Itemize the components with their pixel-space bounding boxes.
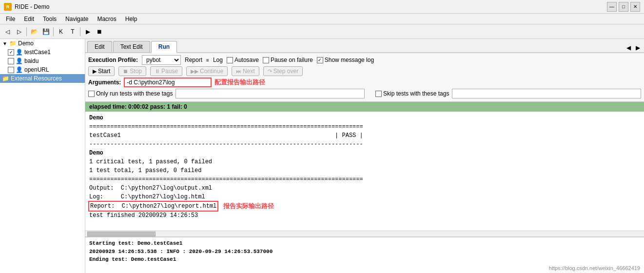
toolbar-k-button[interactable]: K bbox=[56, 26, 66, 37]
skip-tests-input[interactable] bbox=[452, 89, 641, 98]
toolbar-back-button[interactable]: ◁ bbox=[2, 26, 13, 37]
output-area[interactable]: Demo ===================================… bbox=[85, 112, 644, 231]
stop-label: Stop bbox=[130, 68, 142, 75]
output-line-sep1: ========================================… bbox=[89, 122, 640, 131]
arguments-label: Arguments: bbox=[88, 79, 121, 86]
tab-text-edit[interactable]: Text Edit bbox=[113, 41, 150, 52]
output-line-testcase1: testCase1 | PASS | bbox=[89, 131, 640, 140]
tab-bar: Edit Text Edit Run ◀ ▶ bbox=[85, 39, 644, 53]
output-line-output: Output: C:\python27\log\output.xml bbox=[89, 184, 640, 193]
menu-edit[interactable]: Edit bbox=[20, 15, 38, 23]
output-line-sep2: ========================================… bbox=[89, 175, 640, 184]
output-line-log: Log: C:\python27\log\log.html bbox=[89, 193, 640, 201]
next-button[interactable]: ⏭ Next bbox=[232, 66, 259, 76]
show-message-log-check[interactable]: Show message log bbox=[317, 57, 374, 63]
toolbar-stop-button[interactable]: ⏹ bbox=[94, 26, 105, 37]
toolbar-save-button[interactable]: 💾 bbox=[40, 26, 51, 37]
stop-icon: ⏹ bbox=[123, 68, 128, 74]
pause-on-failure-checkbox[interactable] bbox=[263, 57, 269, 63]
step-over-label: Step over bbox=[273, 68, 298, 75]
next-icon: ⏭ bbox=[236, 68, 241, 74]
output-line-demo: Demo bbox=[89, 114, 640, 122]
maximize-button[interactable]: □ bbox=[619, 2, 628, 12]
autosave-check[interactable]: Autosave bbox=[227, 57, 259, 63]
tab-prev-button[interactable]: ◀ bbox=[624, 43, 633, 52]
toolbar-run-button[interactable]: ▶ bbox=[82, 26, 93, 37]
tree-item-external-resources[interactable]: 📁 External Resources bbox=[0, 74, 85, 83]
pause-button[interactable]: ⏸ Pause bbox=[150, 66, 182, 76]
arguments-input[interactable] bbox=[124, 78, 212, 87]
args-row: Arguments: 配置报告输出路径 bbox=[88, 78, 641, 87]
checkbox-testcase1[interactable]: ✓ bbox=[8, 49, 14, 56]
output-line-dash1: ----------------------------------------… bbox=[89, 140, 640, 149]
step-over-button[interactable]: ↷ Step over bbox=[263, 66, 303, 76]
tab-edit[interactable]: Edit bbox=[87, 41, 112, 52]
menu-navigate[interactable]: Navigate bbox=[61, 15, 92, 23]
pause-on-failure-label: Pause on failure bbox=[271, 57, 313, 63]
output-line-total: 1 test total, 1 passed, 0 failed bbox=[89, 166, 640, 175]
checkbox-openurl[interactable] bbox=[8, 67, 14, 73]
watermark: https://blog.csdn.net/weixin_46662419 bbox=[549, 265, 640, 271]
run-row-profile: Execution Profile: pybot Report ≡ Log Au… bbox=[88, 55, 641, 65]
status-bar: elapsed time: 0:00:02 pass: 1 fail: 0 bbox=[85, 102, 644, 112]
folder-icon-external: 📁 bbox=[2, 75, 9, 82]
toolbar-sep-1 bbox=[26, 27, 27, 36]
toolbar-open-button[interactable]: 📂 bbox=[29, 26, 39, 37]
continue-button[interactable]: ▶▶ Continue bbox=[186, 66, 228, 76]
autosave-label: Autosave bbox=[234, 57, 259, 63]
scroll-thumb[interactable] bbox=[87, 232, 156, 236]
output-line-finished: test finished 20200929 14:26:53 bbox=[89, 211, 640, 220]
show-message-log-checkbox[interactable] bbox=[317, 57, 323, 63]
title-bar-left: R RIDE - Demo bbox=[4, 3, 49, 11]
skip-tests-label: Skip tests with these tags bbox=[383, 90, 449, 97]
checkbox-baidu[interactable] bbox=[8, 58, 14, 64]
only-run-tags-input[interactable] bbox=[176, 89, 365, 98]
start-label: Start bbox=[98, 68, 110, 75]
pause-on-failure-check[interactable]: Pause on failure bbox=[263, 57, 313, 63]
log-line-3: Ending test: Demo.testCase1 bbox=[89, 255, 640, 264]
tree-item-demo[interactable]: ▼ 📁 Demo bbox=[0, 39, 85, 48]
title-bar-controls[interactable]: — □ ✕ bbox=[607, 2, 640, 12]
toolbar-forward-button[interactable]: ▷ bbox=[14, 26, 24, 37]
only-run-checkbox[interactable] bbox=[88, 91, 95, 97]
menu-help[interactable]: Help bbox=[121, 15, 141, 23]
pause-label: Pause bbox=[161, 68, 178, 75]
run-panel: Execution Profile: pybot Report ≡ Log Au… bbox=[85, 53, 644, 102]
autosave-checkbox[interactable] bbox=[227, 57, 233, 63]
toolbar-t-button[interactable]: T bbox=[67, 26, 78, 37]
tree-item-openurl[interactable]: 👤 openURL bbox=[0, 65, 85, 74]
skip-tests-checkbox[interactable] bbox=[375, 91, 382, 97]
user-icon-baidu: 👤 bbox=[16, 58, 23, 64]
menu-macros[interactable]: Macros bbox=[93, 15, 120, 23]
skip-tests-check[interactable]: Skip tests with these tags bbox=[375, 90, 449, 97]
status-text: elapsed time: 0:00:02 pass: 1 fail: 0 bbox=[89, 103, 187, 110]
toolbar-sep-2 bbox=[53, 27, 54, 36]
start-button[interactable]: ▶ Start bbox=[88, 66, 115, 76]
log-line-1: Starting test: Demo.testCase1 bbox=[89, 239, 640, 248]
menu-file[interactable]: File bbox=[2, 15, 19, 23]
menu-bar: File Edit Tools Navigate Macros Help bbox=[0, 14, 644, 24]
minimize-button[interactable]: — bbox=[607, 2, 617, 12]
app-icon: R bbox=[4, 3, 12, 11]
main-layout: ▼ 📁 Demo ✓ 👤 testCase1 👤 baidu 👤 openURL… bbox=[0, 39, 644, 273]
continue-label: Continue bbox=[200, 68, 223, 75]
only-run-label: Only run tests with these tags bbox=[96, 90, 173, 97]
next-label: Next bbox=[243, 68, 255, 75]
stop-button[interactable]: ⏹ Stop bbox=[118, 66, 146, 76]
only-run-check[interactable]: Only run tests with these tags bbox=[88, 90, 173, 97]
tab-next-button[interactable]: ▶ bbox=[634, 43, 642, 52]
folder-icon-demo: 📁 bbox=[9, 40, 17, 47]
scroll-area[interactable] bbox=[85, 231, 644, 236]
tree-item-testcase1[interactable]: ✓ 👤 testCase1 bbox=[0, 48, 85, 57]
output-line-demo2: Demo bbox=[89, 149, 640, 157]
tree-label-baidu: baidu bbox=[24, 58, 39, 64]
tab-run[interactable]: Run bbox=[151, 41, 177, 53]
report-label: Report bbox=[185, 57, 202, 63]
tree-toggle-demo[interactable]: ▼ bbox=[2, 40, 8, 46]
tree-item-baidu[interactable]: 👤 baidu bbox=[0, 57, 85, 65]
menu-tools[interactable]: Tools bbox=[39, 15, 60, 23]
step-over-icon: ↷ bbox=[268, 68, 272, 75]
profile-select[interactable]: pybot bbox=[142, 55, 181, 65]
tree-label-openurl: openURL bbox=[24, 66, 49, 73]
close-button[interactable]: ✕ bbox=[630, 2, 640, 12]
